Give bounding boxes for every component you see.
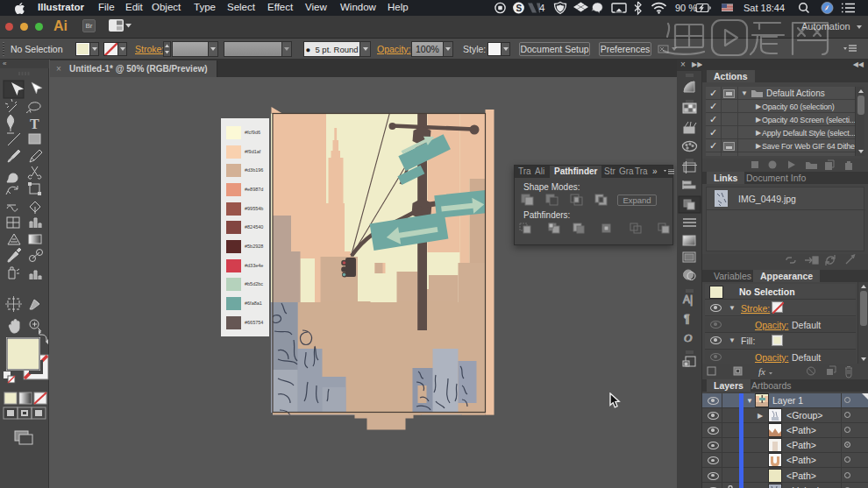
svg-text:O: O [684,331,693,344]
svg-text:A|: A| [683,294,693,306]
svg-text:S: S [516,4,522,13]
svg-text:T: T [30,117,39,131]
svg-text:90 %: 90 % [675,3,697,13]
svg-text:¶: ¶ [684,313,689,325]
svg-text:fx: fx [758,366,765,377]
svg-text:Sat 18:44: Sat 18:44 [743,3,785,13]
svg-text:4: 4 [539,3,545,13]
